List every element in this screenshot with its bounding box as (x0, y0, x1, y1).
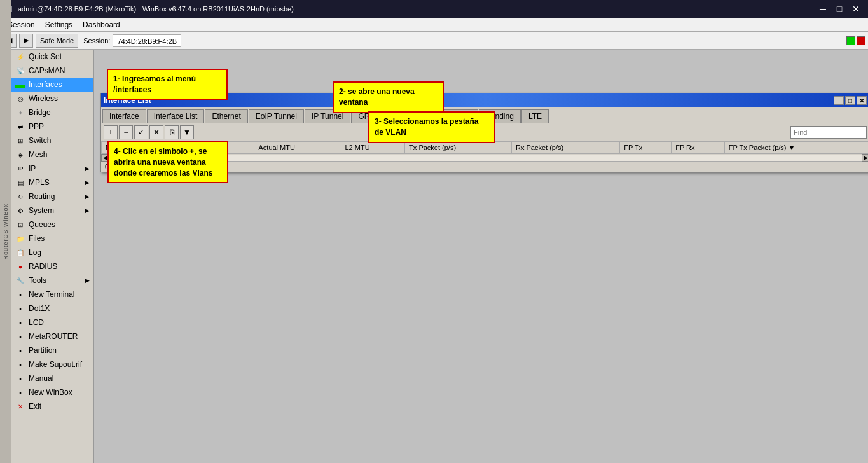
routing-arrow: ▶ (85, 193, 90, 200)
mpls-arrow: ▶ (85, 179, 90, 186)
mesh-icon: ◈ (15, 149, 25, 160)
session-value: 74:4D:28:B9:F4:2B (113, 34, 181, 47)
find-input[interactable] (790, 126, 867, 139)
tab-eoip-tunnel[interactable]: EoIP Tunnel (249, 109, 304, 123)
col-fp-tx[interactable]: FP Tx (620, 142, 672, 153)
tab-interface[interactable]: Interface (102, 109, 146, 123)
sidebar-label-bridge: Bridge (29, 108, 51, 117)
sidebar-label-switch: Switch (29, 136, 51, 145)
exit-icon: ✕ (15, 401, 25, 411)
sidebar-label-quick-set: Quick Set (29, 52, 62, 61)
sidebar-item-exit[interactable]: ✕ Exit (11, 399, 93, 413)
sidebar-item-bridge[interactable]: ✦ Bridge (11, 106, 93, 120)
scroll-right-button[interactable]: ▶ (862, 154, 868, 162)
copy-button[interactable]: ⎘ (165, 125, 179, 139)
sidebar-item-new-terminal[interactable]: ▪ New Terminal (11, 287, 93, 301)
routeros-label: RouterOS WinBox (0, 0, 11, 463)
sidebar-label-new-winbox: New WinBox (29, 388, 72, 397)
sidebar-item-files[interactable]: 📁 Files (11, 232, 93, 245)
sidebar-item-capsman[interactable]: 📡 CAPsMAN (11, 64, 93, 78)
sidebar-item-interfaces[interactable]: ▬ Interfaces (11, 78, 93, 92)
sidebar-item-mpls[interactable]: ▤ MPLS ▶ (11, 176, 93, 190)
sidebar-item-ip[interactable]: IP IP ▶ (11, 162, 93, 176)
sidebar-item-wireless[interactable]: ◎ Wireless (11, 92, 93, 106)
enable-button[interactable]: ✓ (134, 125, 148, 139)
iw-close-button[interactable]: ✕ (857, 96, 867, 105)
col-fp-rx[interactable]: FP Rx (672, 142, 725, 153)
sidebar-label-lcd: LCD (29, 318, 44, 327)
remove-button[interactable]: − (119, 125, 133, 139)
tab-ethernet[interactable]: Ethernet (205, 109, 247, 123)
routing-icon: ↻ (15, 191, 25, 202)
sidebar-label-log: Log (29, 248, 41, 257)
col-fp-tx-packet[interactable]: FP Tx Packet (p/s) ▼ (724, 142, 868, 153)
minimize-button[interactable]: ─ (816, 3, 830, 15)
sidebar-item-log[interactable]: 📋 Log (11, 245, 93, 259)
system-icon: ⚙ (15, 205, 25, 216)
queues-icon: ⊡ (15, 219, 25, 230)
sidebar-item-new-winbox[interactable]: ▪ New WinBox (11, 385, 93, 399)
mpls-icon: ▤ (15, 177, 25, 188)
sidebar-item-partition[interactable]: ▪ Partition (11, 343, 93, 357)
quick-set-icon: ⚡ (15, 52, 25, 62)
sidebar-item-routing[interactable]: ↻ Routing ▶ (11, 190, 93, 204)
iw-maximize-button[interactable]: □ (845, 96, 855, 105)
sidebar-item-manual[interactable]: ▪ Manual (11, 371, 93, 385)
forward-button[interactable]: ▶ (19, 34, 33, 48)
manual-icon: ▪ (15, 373, 25, 384)
filter-button[interactable]: ▼ (180, 125, 194, 139)
ppp-icon: ⇄ (15, 121, 25, 132)
sidebar-label-mpls: MPLS (29, 178, 50, 187)
sidebar-item-tools[interactable]: 🔧 Tools ▶ (11, 273, 93, 287)
sidebar-label-metarouter: MetaROUTER (29, 332, 78, 341)
metarouter-icon: ▪ (15, 331, 25, 342)
sidebar-label-routing: Routing (29, 192, 55, 201)
sidebar-item-ppp[interactable]: ⇄ PPP (11, 120, 93, 134)
log-icon: 📋 (15, 247, 25, 258)
tab-lte[interactable]: LTE (521, 109, 549, 123)
capsman-icon: 📡 (15, 66, 25, 76)
close-button[interactable]: ✕ (849, 3, 863, 15)
sidebar-label-interfaces: Interfaces (29, 80, 62, 89)
add-button[interactable]: + (104, 125, 118, 139)
files-icon: 📁 (15, 233, 25, 244)
col-rx-packet[interactable]: Rx Packet (p/s) (511, 142, 619, 153)
sidebar-item-dot1x[interactable]: ▪ Dot1X (11, 301, 93, 315)
system-arrow: ▶ (85, 207, 90, 214)
content-area: 1- Ingresamos al menú /interfaces 2- se … (94, 50, 868, 463)
sidebar-item-lcd[interactable]: ▪ LCD (11, 315, 93, 329)
window-controls: ─ □ ✕ (816, 3, 863, 15)
menu-bar: Session Settings Dashboard (0, 18, 868, 32)
toolbar: ◀ ▶ Safe Mode Session: 74:4D:28:B9:F4:2B (0, 32, 868, 50)
safemode-button[interactable]: Safe Mode (36, 34, 78, 48)
sidebar-label-wireless: Wireless (29, 94, 58, 103)
red-light (857, 36, 865, 45)
tab-interface-list[interactable]: Interface List (147, 109, 205, 123)
sidebar-label-make-supout: Make Supout.rif (29, 360, 82, 369)
window-title: admin@74:4D:28:B9:F4:2B (MikroTik) - Win… (18, 5, 816, 13)
sidebar: ⚡ Quick Set 📡 CAPsMAN ▬ Interfaces ◎ Wir… (11, 50, 94, 463)
green-light (846, 36, 855, 45)
col-l2-mtu[interactable]: L2 MTU (341, 142, 405, 153)
sidebar-item-switch[interactable]: ⊞ Switch (11, 134, 93, 148)
sidebar-label-tools: Tools (29, 276, 46, 285)
sidebar-item-mesh[interactable]: ◈ Mesh (11, 148, 93, 162)
sidebar-item-queues[interactable]: ⊡ Queues (11, 218, 93, 232)
maximize-button[interactable]: □ (832, 3, 846, 15)
col-tx-packet[interactable]: Tx Packet (p/s) (405, 142, 512, 153)
sidebar-label-files: Files (29, 234, 45, 243)
sidebar-item-radius[interactable]: ● RADIUS (11, 259, 93, 273)
sidebar-item-system[interactable]: ⚙ System ▶ (11, 204, 93, 218)
tools-arrow: ▶ (85, 277, 90, 284)
iw-minimize-button[interactable]: _ (834, 96, 844, 105)
sidebar-label-radius: RADIUS (29, 262, 57, 271)
interface-window-controls: _ □ ✕ (834, 96, 867, 105)
sidebar-item-make-supout[interactable]: ▪ Make Supout.rif (11, 357, 93, 371)
menu-settings[interactable]: Settings (40, 19, 78, 31)
menu-dashboard[interactable]: Dashboard (78, 19, 125, 31)
disable-button[interactable]: ✕ (149, 125, 163, 139)
sidebar-item-quick-set[interactable]: ⚡ Quick Set (11, 50, 93, 64)
col-actual-mtu[interactable]: Actual MTU (254, 142, 341, 153)
new-winbox-icon: ▪ (15, 387, 25, 397)
sidebar-item-metarouter[interactable]: ▪ MetaROUTER (11, 329, 93, 343)
